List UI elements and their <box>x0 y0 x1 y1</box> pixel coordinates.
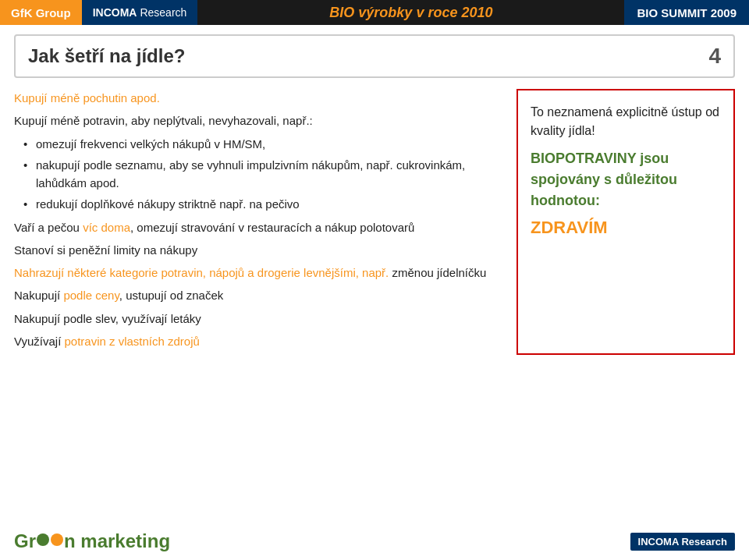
body-content: Kupují méně pochutin apod. Kupují méně p… <box>14 89 735 355</box>
line-6: Nakupují podle ceny, ustupují od značek <box>14 286 504 304</box>
bullet-1: omezují frekvenci velkých nákupů v HM/SM… <box>36 135 504 153</box>
body-left: Kupují méně pochutin apod. Kupují méně p… <box>14 89 504 355</box>
slide-title-box: Jak šetří na jídle? 4 <box>14 34 735 78</box>
slide-number: 4 <box>693 44 721 69</box>
bullet-2: nakupují podle seznamu, aby se vyhnuli i… <box>36 156 504 193</box>
footer-incoma-logo: INCOMA Research <box>630 533 735 551</box>
line-4: Stanoví si peněžní limity na nákupy <box>14 241 504 259</box>
slide-title: Jak šetří na jídle? <box>28 45 185 67</box>
body-right: To neznamená explicitně ústup od kvality… <box>516 89 735 355</box>
logo-circle-orange <box>51 533 63 546</box>
info-box-zdravim: ZDRAVÍM <box>531 214 721 240</box>
footer: Gr n marketing INCOMA Research <box>0 530 749 552</box>
logo-circle-green <box>37 533 49 546</box>
line-2: Kupují méně potravin, aby neplýtvali, ne… <box>14 112 504 129</box>
gfk-logo: GfK Group <box>0 0 82 25</box>
presentation-title: BIO výrobky v roce 2010 <box>197 0 624 25</box>
line-7: Nakupují podle slev, využívají letáky <box>14 310 504 328</box>
green-marketing-logo: Gr n marketing <box>14 530 170 552</box>
summit-label: BIO SUMMIT 2009 <box>624 0 749 25</box>
line-8: Využívají potravin z vlastních zdrojů <box>14 332 504 350</box>
info-box-text2: BIOPOTRAVINY jsou spojovány s důležitou … <box>531 148 721 211</box>
bullet-3: redukují doplňkové nákupy striktně např.… <box>36 195 504 213</box>
top-bar: GfK Group INCOMA Research BIO výrobky v … <box>0 0 749 25</box>
line-5: Nahrazují některé kategorie potravin, ná… <box>14 264 504 282</box>
slide-content: Jak šetří na jídle? 4 Kupují méně pochut… <box>0 25 749 363</box>
info-box-text1: To neznamená explicitně ústup od kvality… <box>531 105 719 137</box>
line-3: Vaří a pečou víc doma, omezují stravován… <box>14 218 504 236</box>
info-box: To neznamená explicitně ústup od kvality… <box>516 89 735 355</box>
incoma-research-logo: INCOMA Research <box>82 0 198 25</box>
line-1: Kupují méně pochutin apod. <box>14 89 504 107</box>
